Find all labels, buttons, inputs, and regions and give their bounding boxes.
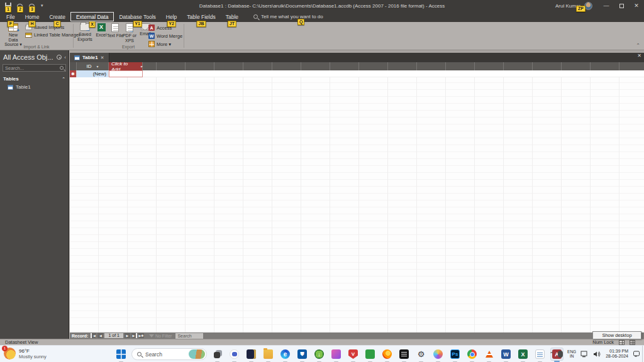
first-record-button[interactable]: ◀ <box>91 333 96 338</box>
select-all-cell[interactable] <box>70 62 77 70</box>
linked-table-manager-button[interactable]: Linked Table Manager <box>25 32 80 38</box>
next-record-button[interactable]: ▶ <box>125 333 130 338</box>
weather-widget[interactable]: 1 96°F Mostly sunny <box>4 348 47 359</box>
view-status: Datasheet View <box>0 339 38 345</box>
clock[interactable]: 01:39 PM 28-06-2024 <box>606 349 628 359</box>
nav-item-table1[interactable]: Table1 <box>0 83 69 91</box>
search-icon <box>137 352 142 356</box>
tab-home[interactable]: Home H <box>20 12 45 21</box>
firefox-button[interactable] <box>380 348 394 361</box>
filter-indicator[interactable]: No Filter <box>149 334 172 338</box>
notification-center-icon[interactable] <box>633 350 640 358</box>
taskbar: 1 96°F Mostly sunny Search e ⛊ ↓ V ⚙ Ps … <box>0 345 644 362</box>
idm-button[interactable]: ↓ <box>313 348 326 361</box>
photoshop-button[interactable]: Ps <box>448 348 462 361</box>
group-separator <box>184 24 184 48</box>
keytip-table-fields: JB <box>197 21 206 27</box>
word-icon: W <box>501 349 511 359</box>
network-icon[interactable] <box>580 351 589 358</box>
chat-app-button[interactable] <box>228 348 241 361</box>
document-close-icon[interactable]: ✕ <box>637 53 641 58</box>
vlc-button[interactable] <box>482 348 496 361</box>
undo-button[interactable]: 2 <box>16 2 24 10</box>
tab-external-data[interactable]: External Data X <box>70 12 114 21</box>
task-view-button[interactable] <box>211 348 224 361</box>
ribbon-tab-row: File F Home H Create C External Data X D… <box>0 11 644 22</box>
datasheet[interactable]: ID ▾ Click to Add ▾ ✱ (New) <box>70 62 644 333</box>
word-merge-button[interactable]: W Word Merge <box>148 33 182 39</box>
tab-help[interactable]: Help Y2 <box>161 12 182 21</box>
chrome-button[interactable] <box>465 348 479 361</box>
previous-record-button[interactable]: ◀ <box>97 333 103 338</box>
last-record-button[interactable]: ▶ <box>131 333 137 338</box>
microsoft-store-button[interactable]: ⛊ <box>296 348 309 361</box>
pin-icon[interactable] <box>57 55 62 60</box>
mouse-utility-icon[interactable] <box>558 351 563 358</box>
tab-close-icon[interactable]: ✕ <box>101 55 104 60</box>
minimize-button[interactable]: — <box>599 0 614 11</box>
keytip-help: Y2 <box>167 21 176 27</box>
word-button[interactable]: W <box>499 348 513 361</box>
book-icon <box>247 349 256 359</box>
nav-pane-title: All Access Obj... <box>3 53 53 61</box>
new-record-button[interactable]: ▶✱ <box>138 333 144 338</box>
datasheet-view-icon[interactable] <box>619 340 625 345</box>
design-app-button[interactable] <box>431 348 445 361</box>
paint-app-button[interactable] <box>330 348 343 361</box>
tab-table-fields[interactable]: Table Fields JB <box>182 12 220 21</box>
excel-button[interactable]: X <box>516 348 530 361</box>
keytip-undo: 2 <box>17 6 23 13</box>
taskbar-search-input[interactable]: Search <box>131 348 207 360</box>
close-button[interactable]: ✕ <box>629 0 644 11</box>
linked-table-manager-icon <box>25 33 32 38</box>
edge-button[interactable]: e <box>279 348 292 361</box>
hidden-icons-chevron[interactable]: ⌃ <box>549 351 553 357</box>
keytip-tellme: Q <box>297 19 304 25</box>
record-search-input[interactable]: Search <box>175 333 203 339</box>
row-selector[interactable]: ✱ <box>70 70 77 77</box>
ribbon: ✦ New Data Source ▾ Saved Imports Linked… <box>0 22 644 50</box>
word-merge-icon: W <box>148 33 155 39</box>
save-button[interactable]: 1 <box>4 2 12 10</box>
language-indicator[interactable]: ENG IN <box>567 349 576 358</box>
restore-button[interactable] <box>614 0 629 11</box>
active-cell[interactable] <box>109 70 143 77</box>
book-app-button[interactable] <box>245 348 258 361</box>
chevron-down-icon[interactable]: ▾ <box>96 64 98 69</box>
redo-button[interactable]: 3 <box>28 2 36 10</box>
tab-database-tools[interactable]: Database Tools Y1 <box>114 12 160 21</box>
nav-search-input[interactable]: Search... <box>3 64 66 72</box>
design-view-icon[interactable] <box>630 340 635 345</box>
tab-file[interactable]: File F <box>1 12 20 21</box>
record-position[interactable]: 1 of 1 <box>104 333 123 338</box>
notes-app-button[interactable] <box>364 348 377 361</box>
column-header-id[interactable]: ID ▾ <box>77 62 109 70</box>
tell-me-search[interactable]: Tell me what you want to do Q <box>253 14 323 19</box>
shutter-bar-close-icon[interactable]: ‹ <box>64 55 66 60</box>
customize-qat-chevron-icon[interactable]: ▾ <box>41 3 43 8</box>
start-button[interactable] <box>114 348 128 361</box>
document-tab-table1[interactable]: Table1 ✕ <box>70 53 109 62</box>
keytip-home: H <box>29 21 36 27</box>
tab-table[interactable]: Table JT <box>221 12 243 21</box>
file-explorer-button[interactable] <box>262 348 275 361</box>
volume-icon[interactable] <box>593 351 601 358</box>
new-record-row[interactable]: ✱ (New) <box>70 70 644 77</box>
nav-group-tables[interactable]: Tables ⌃ <box>0 74 69 83</box>
restore-icon <box>619 4 624 8</box>
cell-id-new[interactable]: (New) <box>77 70 109 77</box>
chevron-down-icon[interactable]: ▾ <box>140 64 142 69</box>
column-header-click-to-add[interactable]: Click to Add ▾ <box>109 62 143 70</box>
settings-button[interactable]: ⚙ <box>414 348 428 361</box>
collapse-ribbon-icon[interactable]: ⌃ <box>636 43 640 48</box>
record-navigation-bar: Record: ◀ ◀ 1 of 1 ▶ ▶ ▶✱ No Filter Sear… <box>70 332 644 339</box>
navigation-pane: All Access Obj... ‹ Search... Tables ⌃ T… <box>0 50 69 339</box>
weather-condition: Mostly sunny <box>19 354 47 359</box>
tab-create[interactable]: Create C <box>44 12 70 21</box>
numlock-indicator: Num Lock <box>592 339 614 345</box>
notepad-button[interactable] <box>533 348 547 361</box>
keytip-create: C <box>54 21 61 27</box>
media-app-button[interactable] <box>397 348 411 361</box>
shield-icon: V <box>348 349 358 359</box>
security-app-button[interactable]: V <box>347 348 360 361</box>
